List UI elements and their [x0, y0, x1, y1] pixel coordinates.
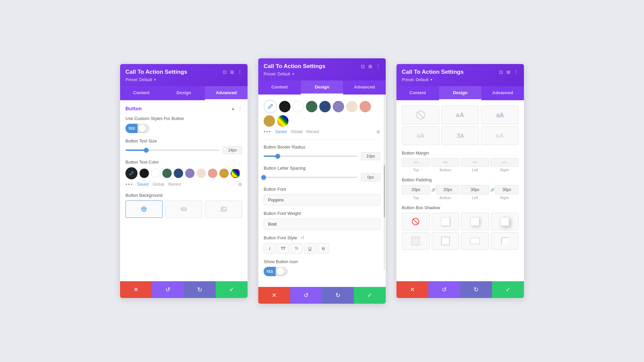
shadow-md[interactable]	[461, 213, 489, 230]
save-button-3[interactable]: ✓	[492, 281, 524, 298]
color-lg-gold[interactable]	[264, 115, 275, 127]
border-radius-value[interactable]: 10px	[361, 152, 380, 160]
color-more-dots[interactable]: •••	[125, 181, 133, 187]
color-swatch-purple[interactable]	[185, 169, 195, 178]
color-more-dots-2[interactable]: •••	[264, 129, 271, 135]
font-style-strikethrough[interactable]: S	[317, 243, 329, 254]
color-lg-rainbow[interactable]	[277, 115, 288, 127]
tab-design-1[interactable]: Design	[163, 86, 205, 100]
letter-spacing-track[interactable]	[264, 177, 358, 178]
color-tab-saved-1[interactable]: Saved	[137, 182, 149, 187]
panel-3-preset[interactable]: Preset: Default	[402, 77, 519, 82]
layout-icon[interactable]: ⊞	[230, 69, 234, 75]
color-settings-icon-1[interactable]: ⚙	[238, 182, 242, 187]
tab-advanced-3[interactable]: Advanced	[481, 86, 524, 100]
text-style-shadow1[interactable]: aA	[481, 106, 519, 124]
font-style-capitalize[interactable]: Tr	[290, 243, 303, 254]
border-radius-thumb[interactable]	[275, 154, 280, 159]
redo-button-3[interactable]: ↻	[460, 281, 492, 298]
undo-button-2[interactable]: ↺	[290, 287, 322, 304]
button-font-select[interactable]: Poppins	[264, 194, 380, 205]
color-tab-recent-2[interactable]: Recent	[307, 129, 319, 134]
tab-content-1[interactable]: Content	[120, 86, 163, 100]
shadow-outline[interactable]	[432, 232, 460, 250]
color-settings-icon-2[interactable]: ⚙	[376, 129, 380, 134]
panel-1-preset[interactable]: Preset: Default	[125, 77, 242, 82]
margin-bottom-input[interactable]: </>	[431, 158, 460, 167]
text-style-emboss[interactable]: ƷA	[441, 126, 479, 145]
font-style-underline[interactable]: U	[304, 243, 316, 254]
tab-design-2[interactable]: Design	[301, 80, 343, 95]
color-swatch-black[interactable]	[140, 169, 149, 178]
color-picker-btn-1[interactable]	[125, 167, 138, 179]
color-swatch-green[interactable]	[162, 169, 172, 178]
shadow-none[interactable]	[402, 213, 430, 230]
text-style-normal[interactable]: aA	[441, 106, 479, 124]
color-tab-saved-2[interactable]: Saved	[275, 129, 287, 134]
undo-button-1[interactable]: ↺	[152, 281, 184, 298]
redo-button-1[interactable]: ↻	[184, 281, 216, 298]
responsive-icon[interactable]: ⊡	[223, 69, 227, 75]
padding-top-input[interactable]: 20px	[402, 185, 430, 194]
redo-button-2[interactable]: ↻	[322, 287, 354, 304]
scrollbar-track[interactable]	[384, 95, 385, 270]
tab-content-3[interactable]: Content	[396, 86, 439, 100]
panel-2-preset[interactable]: Preset: Default	[264, 72, 380, 76]
shadow-inner-sm[interactable]	[402, 232, 430, 250]
color-lg-green[interactable]	[306, 101, 317, 112]
responsive-icon-2[interactable]: ⊡	[361, 64, 365, 69]
color-swatch-gold[interactable]	[219, 169, 229, 178]
section-more-icon[interactable]: ⋮	[238, 106, 242, 111]
font-weight-select[interactable]: Bold	[264, 219, 380, 230]
more-icon[interactable]: ⋮	[237, 69, 242, 75]
more-icon-3[interactable]: ⋮	[514, 69, 519, 75]
color-swatch-salmon[interactable]	[208, 169, 217, 178]
tab-design-3[interactable]: Design	[439, 86, 482, 100]
color-tab-global-2[interactable]: Global	[291, 129, 303, 134]
tab-advanced-2[interactable]: Advanced	[343, 80, 386, 95]
font-style-reset[interactable]: ↺	[301, 235, 305, 240]
bg-color-option[interactable]	[125, 200, 163, 218]
cancel-button-2[interactable]: ✕	[258, 287, 290, 304]
margin-right-input[interactable]: </>	[490, 158, 519, 167]
text-size-track[interactable]	[125, 149, 219, 151]
color-picker-btn-2[interactable]	[264, 100, 277, 113]
color-lg-navy[interactable]	[319, 101, 331, 112]
color-tab-recent-1[interactable]: Recent	[168, 182, 181, 187]
color-lg-peach[interactable]	[346, 101, 358, 112]
save-button-2[interactable]: ✓	[354, 287, 386, 304]
color-swatch-navy[interactable]	[174, 169, 183, 178]
more-icon-2[interactable]: ⋮	[376, 64, 380, 69]
shadow-sm[interactable]	[432, 213, 460, 230]
color-lg-black[interactable]	[279, 101, 290, 112]
color-swatch-white[interactable]	[151, 169, 160, 178]
color-swatch-rainbow[interactable]	[231, 169, 240, 178]
show-icon-toggle[interactable]: YES	[264, 267, 288, 276]
padding-left-input[interactable]: 30px	[461, 185, 489, 194]
padding-bottom-input[interactable]: 20px	[436, 185, 460, 194]
color-swatch-peach[interactable]	[197, 169, 206, 178]
color-tab-global-1[interactable]: Global	[153, 182, 164, 187]
text-size-thumb[interactable]	[144, 148, 149, 153]
text-style-none[interactable]	[402, 106, 439, 124]
margin-left-input[interactable]: </>	[461, 158, 489, 167]
padding-right-input[interactable]: 30px	[495, 185, 519, 194]
tab-advanced-1[interactable]: Advanced	[205, 86, 248, 100]
bg-gradient-option[interactable]	[165, 200, 203, 218]
margin-top-input[interactable]: </>	[402, 158, 430, 167]
shadow-spread[interactable]	[461, 232, 489, 250]
layout-icon-2[interactable]: ⊞	[368, 64, 372, 69]
layout-icon-3[interactable]: ⊞	[506, 69, 511, 75]
letter-spacing-value[interactable]: 0px	[361, 173, 380, 181]
custom-styles-toggle[interactable]: YES	[125, 124, 150, 133]
save-button-1[interactable]: ✓	[216, 281, 248, 298]
color-lg-salmon[interactable]	[360, 101, 371, 112]
letter-spacing-thumb[interactable]	[261, 175, 266, 180]
cancel-button-1[interactable]: ✕	[120, 281, 152, 298]
undo-button-3[interactable]: ↺	[428, 281, 460, 298]
text-style-shadow2[interactable]: aA	[402, 126, 439, 145]
color-lg-purple[interactable]	[333, 101, 344, 112]
tab-content-2[interactable]: Content	[258, 80, 301, 95]
font-style-italic[interactable]: I	[264, 243, 276, 254]
cancel-button-3[interactable]: ✕	[396, 281, 428, 298]
